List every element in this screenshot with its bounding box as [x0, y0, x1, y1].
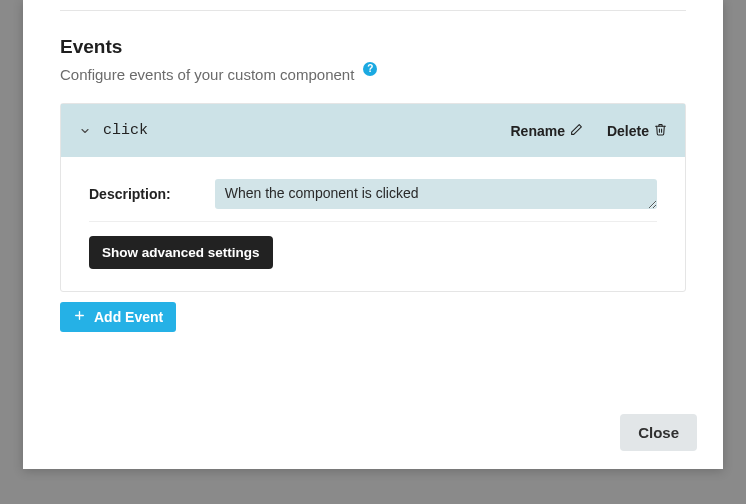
help-icon[interactable]: ? — [363, 62, 377, 76]
event-actions: Rename Delete — [511, 123, 668, 139]
delete-label: Delete — [607, 123, 649, 139]
show-advanced-settings-button[interactable]: Show advanced settings — [89, 236, 273, 269]
pencil-icon — [570, 123, 583, 139]
add-event-label: Add Event — [94, 309, 163, 325]
close-button[interactable]: Close — [620, 414, 697, 451]
section-subtitle-row: Configure events of your custom componen… — [60, 66, 686, 83]
description-input[interactable]: When the component is clicked — [215, 179, 657, 209]
description-field-row: Description: When the component is click… — [89, 179, 657, 209]
section-subtitle: Configure events of your custom componen… — [60, 66, 354, 83]
divider — [60, 10, 686, 11]
add-event-row: Add Event — [60, 302, 686, 332]
modal-footer: Close — [23, 396, 723, 469]
event-card: click Rename Delete — [60, 103, 686, 292]
event-name: click — [103, 122, 511, 139]
event-body: Description: When the component is click… — [61, 157, 685, 291]
chevron-down-icon[interactable] — [79, 125, 91, 137]
rename-label: Rename — [511, 123, 565, 139]
modal: Events Configure events of your custom c… — [23, 0, 723, 469]
plus-icon — [73, 309, 86, 325]
modal-body: Events Configure events of your custom c… — [23, 0, 723, 396]
rename-button[interactable]: Rename — [511, 123, 583, 139]
event-header[interactable]: click Rename Delete — [61, 104, 685, 157]
add-event-button[interactable]: Add Event — [60, 302, 176, 332]
trash-icon — [654, 123, 667, 139]
delete-button[interactable]: Delete — [607, 123, 667, 139]
divider — [89, 221, 657, 222]
description-label: Description: — [89, 186, 171, 202]
section-title: Events — [60, 36, 686, 58]
